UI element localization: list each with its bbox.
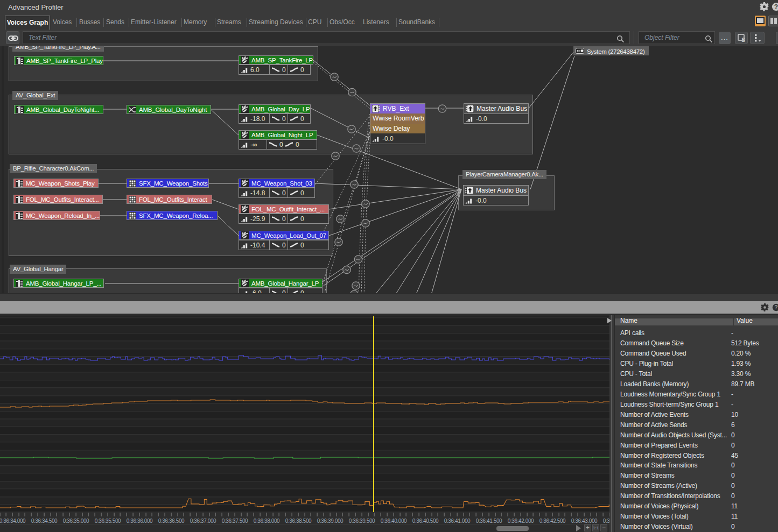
- svg-text:?: ?: [774, 3, 778, 11]
- svg-text:?: ?: [774, 304, 777, 310]
- svg-text:S: S: [741, 37, 745, 42]
